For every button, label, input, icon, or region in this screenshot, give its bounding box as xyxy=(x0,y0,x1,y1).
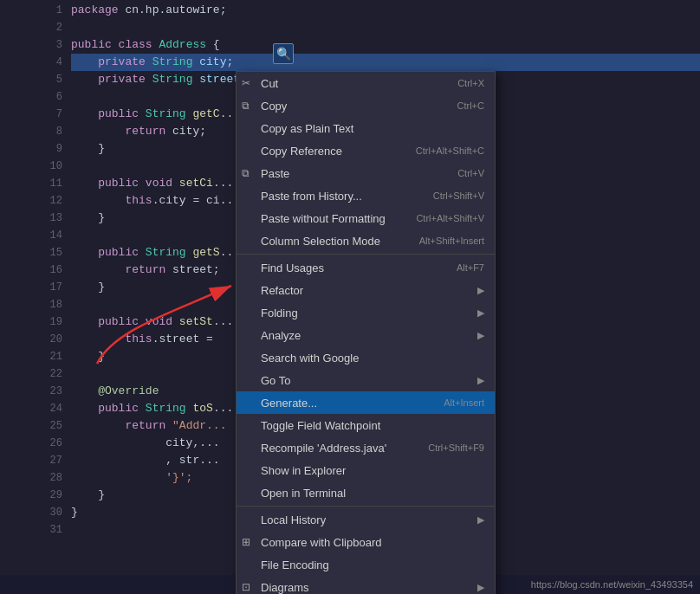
submenu-arrow-diagrams: ▶ xyxy=(477,582,484,593)
menu-item-show-explorer[interactable]: Show in Explorer xyxy=(237,459,495,481)
menu-label-diagrams: Diagrams xyxy=(261,581,477,594)
line-number-14: 14 xyxy=(0,227,71,244)
line-number-8: 8 xyxy=(0,123,71,140)
menu-item-find-usages[interactable]: Find UsagesAlt+F7 xyxy=(237,256,495,279)
menu-item-analyze[interactable]: Analyze▶ xyxy=(237,324,495,346)
line-number-4: 4 xyxy=(0,54,71,71)
search-icon[interactable]: 🔍 xyxy=(273,43,294,64)
menu-item-diagrams[interactable]: ⊡Diagrams▶ xyxy=(237,576,495,594)
menu-item-col-select[interactable]: Column Selection ModeAlt+Shift+Insert xyxy=(237,229,495,252)
line-number-21: 21 xyxy=(0,348,71,365)
menu-item-paste-noformat[interactable]: Paste without FormattingCtrl+Alt+Shift+V xyxy=(237,207,495,229)
line-number-3: 3 xyxy=(0,36,71,54)
context-menu: ✂CutCtrl+X⧉CopyCtrl+CCopy as Plain TextC… xyxy=(236,71,496,594)
shortcut-paste-history: Ctrl+Shift+V xyxy=(433,190,484,201)
shortcut-find-usages: Alt+F7 xyxy=(457,262,484,273)
menu-item-local-history[interactable]: Local History▶ xyxy=(237,508,495,531)
shortcut-copy-ref: Ctrl+Alt+Shift+C xyxy=(416,145,484,156)
menu-item-copy-ref[interactable]: Copy ReferenceCtrl+Alt+Shift+C xyxy=(237,139,495,162)
line-number-23: 23 xyxy=(0,383,71,400)
line-number-29: 29 xyxy=(0,487,71,504)
menu-item-generate[interactable]: Generate...Alt+Insert xyxy=(237,391,495,414)
menu-item-compare-clipboard[interactable]: ⊞Compare with Clipboard xyxy=(237,531,495,553)
line-number-16: 16 xyxy=(0,261,71,279)
menu-item-search-google[interactable]: Search with Google xyxy=(237,346,495,369)
line-number-1: 1 xyxy=(0,2,71,19)
menu-item-refactor[interactable]: Refactor▶ xyxy=(237,279,495,301)
line-number-12: 12 xyxy=(0,192,71,210)
menu-item-goto[interactable]: Go To▶ xyxy=(237,369,495,391)
menu-label-file-encoding: File Encoding xyxy=(261,558,484,571)
menu-item-paste[interactable]: ⧉PasteCtrl+V xyxy=(237,162,495,184)
menu-label-copy-plain: Copy as Plain Text xyxy=(261,122,484,135)
menu-item-folding[interactable]: Folding▶ xyxy=(237,301,495,324)
menu-item-cut[interactable]: ✂CutCtrl+X xyxy=(237,72,495,94)
submenu-arrow-local-history: ▶ xyxy=(477,514,484,526)
menu-icon-cut: ✂ xyxy=(242,77,250,89)
menu-item-paste-history[interactable]: Paste from History...Ctrl+Shift+V xyxy=(237,184,495,207)
line-number-9: 9 xyxy=(0,140,71,158)
submenu-arrow-analyze: ▶ xyxy=(477,330,484,341)
code-line[interactable]: public class Address { xyxy=(71,36,700,54)
shortcut-generate: Alt+Insert xyxy=(444,397,484,408)
menu-label-generate: Generate... xyxy=(261,397,426,410)
line-number-24: 24 xyxy=(0,400,71,417)
shortcut-col-select: Alt+Shift+Insert xyxy=(419,236,484,246)
line-number-18: 18 xyxy=(0,296,71,313)
line-number-2: 2 xyxy=(0,19,71,36)
menu-label-show-explorer: Show in Explorer xyxy=(261,464,484,477)
line-number-15: 15 xyxy=(0,244,71,261)
menu-item-toggle-watchpoint[interactable]: Toggle Field Watchpoint xyxy=(237,414,495,436)
menu-label-toggle-watchpoint: Toggle Field Watchpoint xyxy=(261,419,484,432)
line-number-19: 19 xyxy=(0,313,71,331)
menu-icon-compare-clipboard: ⊞ xyxy=(242,536,250,548)
code-line[interactable] xyxy=(71,19,700,36)
menu-label-col-select: Column Selection Mode xyxy=(261,235,402,248)
menu-label-find-usages: Find Usages xyxy=(261,261,439,274)
menu-label-compare-clipboard: Compare with Clipboard xyxy=(261,536,484,549)
menu-label-copy-ref: Copy Reference xyxy=(261,145,399,158)
code-line[interactable]: private String city; xyxy=(71,54,700,71)
status-url: https://blog.csdn.net/weixin_43493354 xyxy=(531,579,693,590)
line-number-6: 6 xyxy=(0,88,71,106)
line-number-10: 10 xyxy=(0,158,71,175)
line-number-22: 22 xyxy=(0,365,71,383)
menu-item-copy-plain[interactable]: Copy as Plain Text xyxy=(237,117,495,139)
menu-label-paste-history: Paste from History... xyxy=(261,190,416,203)
menu-label-analyze: Analyze xyxy=(261,329,477,342)
menu-label-local-history: Local History xyxy=(261,513,477,526)
menu-label-paste: Paste xyxy=(261,167,440,180)
line-number-27: 27 xyxy=(0,452,71,469)
line-number-13: 13 xyxy=(0,210,71,227)
menu-icon-copy: ⧉ xyxy=(242,100,250,112)
line-number-20: 20 xyxy=(0,331,71,348)
menu-label-paste-noformat: Paste without Formatting xyxy=(261,212,399,225)
menu-item-recompile[interactable]: Recompile 'Address.java'Ctrl+Shift+F9 xyxy=(237,436,495,459)
menu-label-recompile: Recompile 'Address.java' xyxy=(261,442,411,455)
line-number-28: 28 xyxy=(0,469,71,487)
shortcut-cut: Ctrl+X xyxy=(457,78,484,88)
submenu-arrow-goto: ▶ xyxy=(477,375,484,386)
shortcut-paste-noformat: Ctrl+Alt+Shift+V xyxy=(416,213,484,223)
menu-label-copy: Copy xyxy=(261,100,440,113)
line-number-26: 26 xyxy=(0,435,71,452)
line-number-30: 30 xyxy=(0,504,71,521)
code-line[interactable]: package cn.hp.autowire; xyxy=(71,2,700,19)
menu-label-goto: Go To xyxy=(261,374,477,387)
menu-divider xyxy=(237,506,495,507)
menu-icon-diagrams: ⊡ xyxy=(242,581,250,593)
shortcut-copy: Ctrl+C xyxy=(457,100,484,111)
line-number-17: 17 xyxy=(0,279,71,296)
shortcut-paste: Ctrl+V xyxy=(457,168,484,178)
submenu-arrow-folding: ▶ xyxy=(477,307,484,319)
menu-item-open-terminal[interactable]: Open in Terminal xyxy=(237,481,495,504)
menu-label-search-google: Search with Google xyxy=(261,352,484,365)
line-number-7: 7 xyxy=(0,106,71,123)
line-number-31: 31 xyxy=(0,521,71,539)
menu-divider xyxy=(237,254,495,255)
line-number-11: 11 xyxy=(0,175,71,192)
menu-item-file-encoding[interactable]: File Encoding xyxy=(237,553,495,576)
menu-item-copy[interactable]: ⧉CopyCtrl+C xyxy=(237,94,495,117)
shortcut-recompile: Ctrl+Shift+F9 xyxy=(428,442,484,453)
submenu-arrow-refactor: ▶ xyxy=(477,285,484,296)
